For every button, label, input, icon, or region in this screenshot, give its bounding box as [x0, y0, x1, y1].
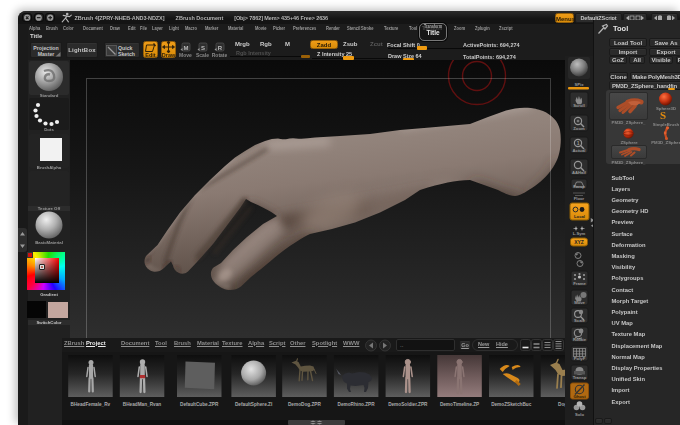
svg-text:L.Sym: L.Sym — [573, 231, 586, 236]
svg-text:SPix: SPix — [574, 82, 584, 87]
svg-text:DemoZSketchBuc: DemoZSketchBuc — [491, 402, 532, 407]
svg-text:Rotate: Rotate — [573, 337, 587, 342]
svg-text:Frame: Frame — [573, 281, 586, 286]
svg-text:BHeadFemale_Rv: BHeadFemale_Rv — [71, 402, 111, 407]
svg-text:Ghost: Ghost — [573, 394, 586, 399]
svg-text:R: R — [218, 45, 223, 51]
svg-text:Move: Move — [179, 52, 192, 58]
svg-text:DefaultSphere.ZI: DefaultSphere.ZI — [235, 402, 272, 407]
svg-text:Scale: Scale — [196, 52, 209, 58]
svg-text:Solo: Solo — [575, 412, 585, 417]
svg-text:Scale: Scale — [574, 318, 586, 323]
svg-text:S: S — [201, 45, 205, 51]
svg-text:Actual: Actual — [573, 148, 586, 153]
svg-text:Rotate: Rotate — [212, 52, 227, 58]
svg-text:DemoDog.ZPR: DemoDog.ZPR — [288, 402, 321, 407]
svg-text:Transp: Transp — [573, 375, 587, 380]
svg-text:XYZ: XYZ — [574, 239, 584, 245]
svg-text:DemoRhino.ZPR: DemoRhino.ZPR — [338, 402, 376, 407]
svg-text:Persp: Persp — [573, 184, 585, 189]
svg-text:DemoTimeline.ZP: DemoTimeline.ZP — [440, 402, 479, 407]
svg-text:PolyF: PolyF — [574, 356, 586, 361]
svg-text:Scroll: Scroll — [573, 103, 585, 108]
svg-text:Local: Local — [574, 214, 585, 219]
svg-text:Zoom: Zoom — [573, 126, 585, 131]
svg-text:Move: Move — [574, 300, 585, 305]
svg-text:1: 1 — [577, 140, 580, 146]
svg-text:AAHalf: AAHalf — [572, 170, 587, 175]
svg-text:Floor: Floor — [574, 196, 585, 201]
svg-text:Draw: Draw — [162, 52, 176, 58]
svg-text:M: M — [184, 45, 189, 51]
svg-text:BHeadMan_Rvan: BHeadMan_Rvan — [123, 402, 161, 407]
svg-text:DefaultCube.ZPR: DefaultCube.ZPR — [180, 402, 219, 407]
svg-text:Edit: Edit — [145, 52, 156, 58]
svg-text:DemoSoldier.ZPR: DemoSoldier.ZPR — [388, 402, 428, 407]
